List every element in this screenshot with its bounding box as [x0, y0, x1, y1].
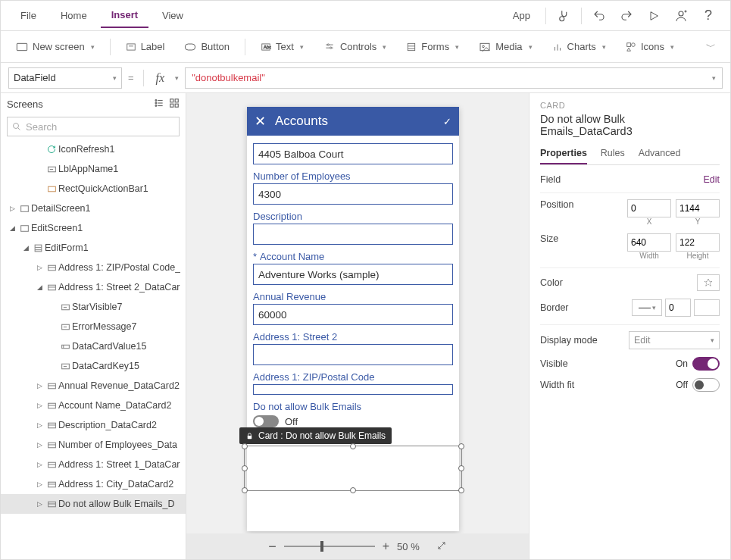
share-icon[interactable] [668, 3, 694, 29]
expand-icon[interactable]: ▷ [34, 421, 45, 429]
expand-icon[interactable]: ◢ [20, 244, 31, 252]
tree-item[interactable]: ◢EditScreen1 [1, 218, 186, 238]
play-icon[interactable] [641, 3, 667, 29]
text-button[interactable]: Abc Text▾ [253, 36, 311, 57]
tree-item[interactable]: ▷Address 1: Street 1_DataCar [1, 455, 186, 474]
chevron-down-icon[interactable]: ▾ [712, 74, 716, 82]
icons-button[interactable]: Icons▾ [618, 36, 682, 57]
menu-view[interactable]: View [152, 4, 194, 27]
field-input[interactable] [253, 384, 453, 395]
menu-app[interactable]: App [502, 4, 541, 27]
field-input[interactable] [253, 344, 453, 365]
border-style-select[interactable]: ▾ [632, 299, 662, 316]
help-icon[interactable]: ? [695, 3, 721, 29]
color-picker[interactable] [697, 274, 720, 291]
property-selector[interactable]: DataField ▾ [8, 67, 122, 89]
display-mode-select[interactable]: Edit▾ [629, 331, 720, 349]
expand-icon[interactable]: ▷ [34, 382, 45, 389]
tab-rules[interactable]: Rules [601, 145, 625, 164]
expand-icon[interactable]: ▷ [34, 461, 45, 468]
toggle-input[interactable] [253, 415, 279, 427]
expand-icon[interactable]: ◢ [34, 283, 45, 291]
search-input[interactable]: Search [7, 117, 180, 136]
tree-item[interactable]: ▷Number of Employees_Data [1, 435, 186, 455]
menu-home[interactable]: Home [50, 4, 98, 27]
tree-item[interactable]: RectQuickActionBar1 [1, 179, 186, 199]
tree-item[interactable]: IconRefresh1 [1, 139, 186, 159]
form-card[interactable]: Description [253, 211, 453, 245]
tree-item[interactable]: DataCardKey15 [1, 356, 186, 376]
form-card[interactable]: *Account NameAdventure Works (sample) [253, 251, 453, 285]
tree-item[interactable]: ◢Address 1: Street 2_DataCar [1, 277, 186, 297]
field-input[interactable]: 60000 [253, 304, 453, 325]
media-button[interactable]: Media▾ [471, 36, 539, 57]
tree-item[interactable]: ▷Address 1: City_DataCard2 [1, 474, 186, 494]
tree-view-icon[interactable] [154, 98, 164, 111]
tab-advanced[interactable]: Advanced [639, 145, 681, 164]
tree-item[interactable]: ▷Account Name_DataCard2 [1, 396, 186, 415]
field-input[interactable]: 4405 Balboa Court [253, 143, 453, 164]
field-input[interactable] [253, 224, 453, 245]
tree-item[interactable]: DataCardValue15 [1, 336, 186, 356]
check-icon[interactable]: ✓ [443, 116, 451, 127]
ribbon-expand-icon[interactable]: ﹀ [697, 34, 723, 60]
expand-icon[interactable]: ▷ [34, 500, 45, 508]
tree-item[interactable]: ErrorMessage7 [1, 317, 186, 336]
charts-button[interactable]: Charts▾ [545, 36, 614, 57]
forms-button[interactable]: Forms▾ [398, 36, 467, 57]
controls-button[interactable]: Controls▾ [316, 36, 394, 57]
fx-icon[interactable]: fx [153, 71, 168, 85]
tree-item[interactable]: ▷Annual Revenue_DataCard2 [1, 376, 186, 396]
tree-item[interactable]: ▷Do not allow Bulk Emails_D [1, 494, 186, 514]
expand-icon[interactable]: ◢ [7, 224, 17, 232]
widthfit-toggle[interactable] [692, 378, 720, 392]
zoom-in-button[interactable]: + [383, 540, 389, 553]
menu-insert[interactable]: Insert [101, 3, 148, 28]
border-width-input[interactable] [665, 299, 691, 317]
position-x-input[interactable] [627, 199, 671, 217]
expand-icon[interactable]: ▷ [34, 441, 45, 449]
form-card[interactable]: Annual Revenue60000 [253, 291, 453, 325]
redo-icon[interactable] [614, 3, 639, 29]
field-input[interactable]: 4300 [253, 183, 453, 205]
fit-icon[interactable] [436, 540, 447, 553]
position-y-input[interactable] [676, 199, 720, 217]
undo-icon[interactable] [586, 3, 612, 29]
border-color-picker[interactable] [694, 299, 720, 316]
formula-input[interactable]: "donotbulkemail" ▾ [185, 67, 723, 89]
tree-item[interactable]: StarVisible7 [1, 297, 186, 317]
zoom-slider[interactable] [284, 546, 375, 547]
form-card[interactable]: 4405 Balboa Court [253, 143, 453, 164]
ribbon-label: Media [495, 41, 522, 52]
tree-item[interactable]: ▷Description_DataCard2 [1, 415, 186, 435]
size-width-input[interactable] [627, 233, 671, 252]
button-button[interactable]: Button [177, 36, 237, 57]
edit-field-link[interactable]: Edit [703, 174, 720, 185]
size-height-input[interactable] [676, 233, 720, 252]
tree-item[interactable]: LblAppName1 [1, 159, 186, 179]
tree-item[interactable]: ◢EditForm1 [1, 238, 186, 258]
zoom-out-button[interactable]: − [268, 539, 276, 555]
visible-toggle[interactable] [692, 357, 720, 371]
field-input[interactable]: Adventure Works (sample) [253, 264, 453, 285]
tree-view[interactable]: IconRefresh1LblAppName1RectQuickActionBa… [1, 139, 186, 559]
expand-icon[interactable]: ▷ [34, 480, 45, 488]
new-screen-button[interactable]: New screen▾ [8, 36, 102, 57]
thumbnail-view-icon[interactable] [169, 98, 180, 111]
checker-icon[interactable] [551, 3, 576, 29]
form-card[interactable]: Number of Employees4300 [253, 171, 453, 205]
tree-item[interactable]: ▷Address 1: ZIP/Postal Code_ [1, 258, 186, 277]
form-card-selected[interactable]: Do not allow Bulk EmailsOff [253, 401, 453, 427]
chevron-down-icon[interactable]: ▾ [175, 74, 179, 82]
tab-properties[interactable]: Properties [540, 145, 587, 164]
expand-icon[interactable]: ▷ [7, 205, 17, 212]
menu-file[interactable]: File [10, 4, 47, 27]
label-button[interactable]: Label [118, 36, 173, 57]
canvas[interactable]: ✕ Accounts ✓ 4405 Balboa CourtNumber of … [186, 93, 529, 533]
close-icon[interactable]: ✕ [255, 113, 266, 130]
tree-item[interactable]: ▷DetailScreen1 [1, 199, 186, 218]
form-card[interactable]: Address 1: Street 2 [253, 331, 453, 365]
expand-icon[interactable]: ▷ [34, 402, 45, 409]
form-card[interactable]: Address 1: ZIP/Postal Code [253, 371, 453, 395]
expand-icon[interactable]: ▷ [34, 264, 45, 271]
